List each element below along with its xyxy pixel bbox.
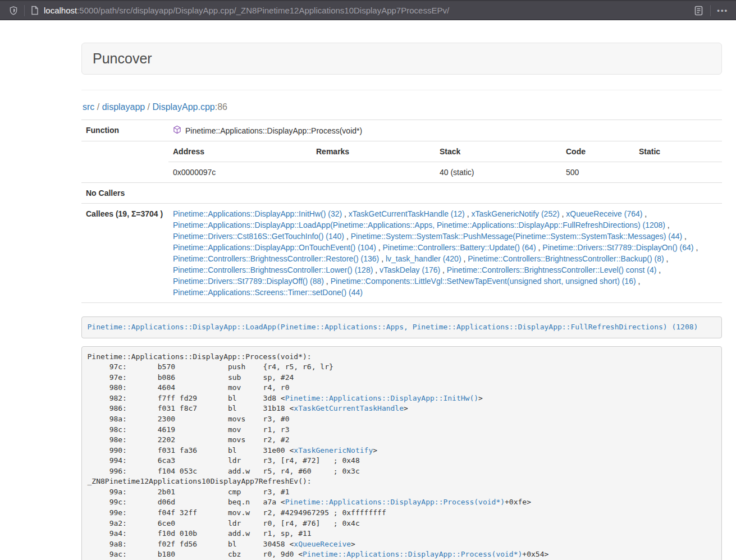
callee-link[interactable]: Pinetime::System::SystemTask::PushMessag…: [351, 232, 683, 241]
divider: [81, 90, 722, 90]
callee-separator: ,: [465, 209, 472, 218]
function-name: Pinetime::Applications::DisplayApp::Proc…: [185, 125, 362, 136]
callee-link[interactable]: Pinetime::Drivers::St7789::DisplayOn() (…: [542, 243, 693, 252]
url-host: localhost: [44, 6, 77, 15]
callee-link[interactable]: vTaskDelay (176): [380, 265, 440, 274]
breadcrumb-link[interactable]: src: [83, 102, 94, 112]
callee-link[interactable]: Pinetime::Applications::DisplayApp::Load…: [173, 221, 665, 229]
toolbar-divider: [24, 5, 25, 16]
symbol-cube-icon: [173, 125, 181, 137]
stats-values-row: 0x0000097c 40 (static) 500: [168, 162, 722, 183]
callee-separator: ,: [682, 232, 687, 241]
callee-separator: ,: [536, 243, 543, 252]
callers-row: No Callers: [81, 183, 722, 204]
callees-label: Callees (19, Σ=3704 ): [81, 204, 168, 303]
column-header-address: Address: [168, 141, 312, 162]
callee-link[interactable]: Pinetime::Controllers::BrightnessControl…: [173, 265, 373, 274]
callee-separator: ,: [376, 243, 383, 252]
stats-row: AddressRemarksStackCodeStatic 0x0000097c…: [81, 141, 722, 183]
snippet-symbol-link[interactable]: Pinetime::Applications::DisplayApp::Load…: [88, 323, 698, 331]
callee-separator: ,: [665, 221, 670, 229]
code-symbol-link[interactable]: xQueueReceive: [294, 540, 351, 548]
page-title: Puncover: [93, 51, 711, 67]
code-symbol-link[interactable]: Pinetime::Applications::DisplayApp::Proc…: [285, 498, 505, 506]
breadcrumb-separator: /: [94, 102, 102, 112]
callee-link[interactable]: Pinetime::Applications::DisplayApp::Init…: [173, 209, 342, 218]
callees-row: Callees (19, Σ=3704 ) Pinetime::Applicat…: [81, 204, 722, 303]
column-header-stack: Stack: [435, 141, 561, 162]
function-row: Function Pinetime::Applications::Display…: [81, 120, 722, 141]
url-bar[interactable]: localhost:5000/path/src/displayapp/Displ…: [44, 6, 693, 15]
callee-link[interactable]: Pinetime::Controllers::Battery::Update()…: [383, 243, 536, 252]
callee-separator: ,: [344, 232, 351, 241]
callee-link[interactable]: Pinetime::Controllers::BrightnessControl…: [447, 265, 656, 274]
callee-separator: ,: [440, 265, 447, 274]
callee-link[interactable]: Pinetime::Drivers::Cst816S::GetTouchInfo…: [173, 232, 344, 241]
column-header-remarks: Remarks: [312, 141, 435, 162]
callee-link[interactable]: Pinetime::Applications::Screens::Timer::…: [173, 288, 363, 297]
browser-toolbar: localhost:5000/path/src/displayapp/Displ…: [0, 0, 736, 20]
static-value: [634, 162, 722, 183]
callee-separator: ,: [379, 254, 386, 263]
page-actions-icon[interactable]: •••: [717, 6, 728, 15]
stats-table: AddressRemarksStackCodeStatic 0x0000097c…: [168, 141, 722, 182]
callee-link[interactable]: Pinetime::Applications::DisplayApp::OnTo…: [173, 243, 376, 252]
callee-separator: ,: [694, 243, 698, 252]
function-label: Function: [81, 120, 168, 141]
callee-separator: ,: [560, 209, 566, 218]
callee-separator: ,: [664, 254, 669, 263]
code-symbol-link[interactable]: Pinetime::Applications::DisplayApp::Proc…: [303, 550, 522, 558]
code-size-value: 500: [561, 162, 634, 183]
callee-link[interactable]: lv_task_handler (420): [386, 254, 461, 263]
assembly-listing: Pinetime::Applications::DisplayApp::Proc…: [81, 346, 722, 560]
page-container: Puncover src / displayapp / DisplayApp.c…: [81, 43, 722, 560]
breadcrumb-line-number: :86: [215, 102, 227, 112]
callee-link[interactable]: Pinetime::Controllers::BrightnessControl…: [468, 254, 664, 263]
callee-separator: ,: [656, 265, 661, 274]
code-symbol-link[interactable]: Pinetime::Applications::DisplayApp::Init…: [285, 394, 478, 402]
callee-link[interactable]: Pinetime::Drivers::St7789::DisplayOff() …: [173, 277, 324, 286]
code-symbol-link[interactable]: xTaskGetCurrentTaskHandle: [294, 404, 404, 412]
function-table: Function Pinetime::Applications::Display…: [81, 120, 722, 303]
callee-link[interactable]: xTaskGetCurrentTaskHandle (12): [349, 209, 465, 218]
callee-separator: ,: [373, 265, 380, 274]
code-snippet-box: Pinetime::Applications::DisplayApp::Load…: [81, 316, 722, 338]
callee-separator: ,: [461, 254, 468, 263]
callee-link[interactable]: Pinetime::Components::LittleVgl::SetNewT…: [331, 277, 636, 286]
breadcrumb-link[interactable]: DisplayApp.cpp: [153, 102, 215, 112]
callee-link[interactable]: Pinetime::Controllers::BrightnessControl…: [173, 254, 379, 263]
callees-list: Pinetime::Applications::DisplayApp::Init…: [168, 204, 722, 303]
stack-value: 40 (static): [435, 162, 561, 183]
shield-icon[interactable]: [9, 6, 18, 16]
callee-separator: ,: [636, 277, 641, 286]
callee-separator: ,: [324, 277, 331, 286]
code-symbol-link[interactable]: xTaskGenericNotify: [294, 446, 373, 455]
no-callers-label: No Callers: [81, 183, 168, 204]
callee-link[interactable]: xTaskGenericNotify (252): [471, 209, 559, 218]
function-name-wrap: Pinetime::Applications::DisplayApp::Proc…: [173, 125, 362, 136]
column-header-code: Code: [561, 141, 634, 162]
column-header-static: Static: [634, 141, 722, 162]
app-header: Puncover: [81, 43, 722, 75]
address-value: 0x0000097c: [168, 162, 312, 183]
stats-header-row: AddressRemarksStackCodeStatic: [168, 141, 722, 162]
breadcrumb-link[interactable]: displayapp: [102, 102, 145, 112]
remarks-value: [312, 162, 435, 183]
breadcrumb: src / displayapp / DisplayApp.cpp:86: [83, 102, 722, 112]
url-path: :5000/path/src/displayapp/DisplayApp.cpp…: [77, 6, 449, 15]
callee-separator: ,: [642, 209, 647, 218]
reader-view-icon[interactable]: [693, 5, 704, 16]
callee-link[interactable]: xQueueReceive (764): [566, 209, 642, 218]
toolbar-divider: [710, 5, 711, 16]
breadcrumb-separator: /: [145, 102, 152, 112]
page-info-icon[interactable]: [31, 6, 39, 15]
callee-separator: ,: [342, 209, 349, 218]
